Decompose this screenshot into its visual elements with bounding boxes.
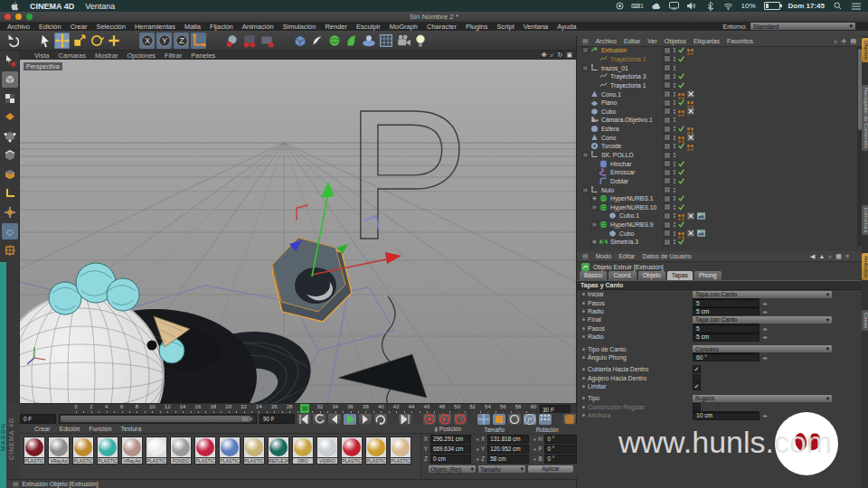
object-name[interactable]: Cubo xyxy=(601,108,616,115)
object-axis-mode[interactable] xyxy=(2,204,18,221)
search-icon[interactable]: ⌕ xyxy=(835,38,838,45)
enable-toggle[interactable] xyxy=(664,169,671,176)
object-name[interactable]: HyperNURBS.10 xyxy=(610,204,656,211)
visibility-tag[interactable] xyxy=(687,127,693,130)
object-name[interactable]: Trayectoria 1 xyxy=(610,82,646,89)
display-tag-icon[interactable] xyxy=(687,212,694,220)
position-field[interactable]: 296.291 cm xyxy=(430,435,471,444)
attribute-tab-coord[interactable]: Coord. xyxy=(609,271,636,280)
enable-toggle[interactable] xyxy=(664,221,671,229)
move-tool[interactable] xyxy=(54,33,70,49)
attribute-field[interactable]: 5 cm xyxy=(693,306,760,315)
viewport-menu-4[interactable]: Filtrar xyxy=(165,52,182,60)
enable-toggle[interactable] xyxy=(664,203,671,211)
history-forward-icon[interactable]: ▲ xyxy=(818,253,825,260)
play-button[interactable] xyxy=(344,414,356,425)
visibility-dots[interactable] xyxy=(674,204,675,211)
scene-objects-button[interactable] xyxy=(361,33,376,49)
material-swatch[interactable]: PLASTIC xyxy=(194,436,217,479)
visibility-dots[interactable] xyxy=(674,161,675,167)
lock-z-axis-button[interactable]: Z xyxy=(174,33,189,49)
enable-toggle[interactable] xyxy=(664,230,671,237)
app-menu-9[interactable]: Render xyxy=(325,23,347,31)
app-menu-11[interactable]: MoGraph xyxy=(390,23,418,31)
spline-pen-button[interactable] xyxy=(309,33,325,49)
attribute-checkbox[interactable]: ✓ xyxy=(693,382,701,390)
object-manager-menu-4[interactable]: Etiquetas xyxy=(693,38,720,44)
app-menu-5[interactable]: Malla xyxy=(184,23,201,31)
object-row[interactable]: Toroide xyxy=(577,142,855,151)
visibility-tag[interactable] xyxy=(687,101,693,104)
object-name[interactable]: HyperNURBS.1 xyxy=(610,195,654,202)
object-name[interactable]: Cubo.1 xyxy=(619,212,639,219)
visibility-tag[interactable] xyxy=(678,136,684,139)
workplane-mode[interactable] xyxy=(2,109,18,126)
timeline-slider[interactable]: 90 F xyxy=(59,414,257,424)
display-tag-icon[interactable] xyxy=(687,230,694,237)
object-name[interactable]: Extrusión xyxy=(601,47,627,53)
visibility-dots[interactable] xyxy=(674,178,675,184)
dock-tab-bottom-1[interactable]: Capas xyxy=(862,310,868,331)
attribute-tab-phong[interactable]: Phong xyxy=(694,271,722,280)
object-name[interactable]: SK. POLLO xyxy=(601,152,634,158)
collapse-icon[interactable]: - xyxy=(582,65,589,71)
points-mode[interactable] xyxy=(2,128,18,145)
cloud-icon[interactable] xyxy=(651,2,661,11)
app-menu-3[interactable]: Selección xyxy=(96,23,126,31)
material-swatch[interactable]: VRayAd xyxy=(121,436,144,479)
enable-toggle[interactable] xyxy=(664,108,671,115)
mograph-button[interactable] xyxy=(378,33,393,49)
expand-icon[interactable]: + xyxy=(591,239,598,245)
coord-mode-dropdown[interactable]: Objeto (Rel)▾ xyxy=(429,465,476,473)
loop-button[interactable] xyxy=(374,414,387,425)
history-back-icon[interactable]: ◀ xyxy=(810,253,815,260)
visibility-dots[interactable] xyxy=(674,195,675,202)
material-swatch[interactable]: PLASTIC xyxy=(24,436,46,479)
object-name[interactable]: Cono.1 xyxy=(601,91,621,98)
record-keyframe-button[interactable] xyxy=(423,414,436,425)
display-tag-icon[interactable] xyxy=(687,108,694,115)
object-row[interactable]: -trazos_01 xyxy=(577,63,855,72)
object-name[interactable]: Nulo xyxy=(601,187,614,193)
enable-toggle[interactable] xyxy=(664,239,671,246)
object-name[interactable]: Hinchar xyxy=(610,161,631,167)
object-name[interactable]: Trayectoria 3 xyxy=(610,73,646,80)
window-titlebar[interactable]: Sin Nombre 2 * xyxy=(0,12,868,22)
visibility-dots[interactable] xyxy=(674,73,675,80)
viewport-rotate-icon[interactable]: ↻ xyxy=(558,52,563,59)
material-swatch[interactable]: REFLEJA xyxy=(268,436,290,479)
visibility-dots[interactable] xyxy=(674,117,675,123)
attribute-menu-0[interactable]: Modo xyxy=(596,253,612,259)
visibility-tag[interactable] xyxy=(678,93,684,96)
am-search-icon[interactable]: ⌕ xyxy=(828,253,832,260)
collapse-icon[interactable]: - xyxy=(591,221,598,228)
material-swatch[interactable]: VRayAd xyxy=(48,436,71,479)
attribute-field[interactable]: 10 cm xyxy=(693,411,760,420)
scale-tool[interactable] xyxy=(71,33,87,49)
enable-toggle[interactable] xyxy=(664,143,671,150)
object-row[interactable]: -SK. POLLO xyxy=(577,151,855,160)
object-manager-menu-0[interactable]: Archivo xyxy=(596,38,617,44)
dock-tab-bottom-0[interactable]: Atributos xyxy=(862,253,868,280)
object-manager-menu-5[interactable]: Favoritos xyxy=(727,38,753,44)
visibility-dots[interactable] xyxy=(674,99,675,106)
display-icon[interactable] xyxy=(669,2,679,11)
enable-toggle[interactable] xyxy=(664,212,671,220)
attribute-dropdown[interactable]: Tapa con Canto▾ xyxy=(693,316,832,324)
visibility-dots[interactable] xyxy=(674,126,675,132)
material-menu-3[interactable]: Textura xyxy=(120,426,141,432)
add-cube-button[interactable] xyxy=(292,33,307,49)
visibility-tag[interactable] xyxy=(678,110,684,113)
material-swatch[interactable]: FONDO xyxy=(170,436,193,479)
position-field[interactable]: 669.634 cm xyxy=(430,445,471,454)
key-position-button[interactable] xyxy=(477,414,490,425)
material-swatch[interactable]: PLASTIC xyxy=(146,436,168,479)
visibility-dots[interactable] xyxy=(674,143,675,149)
lock-icon[interactable]: ▤ xyxy=(850,38,856,45)
rotation-field[interactable]: 0 ° xyxy=(544,435,577,444)
lock-y-axis-button[interactable]: Y xyxy=(156,33,172,49)
object-row[interactable]: Plano xyxy=(577,99,855,108)
object-name[interactable]: Cubo xyxy=(619,230,634,237)
object-row[interactable]: Trayectoria 3 xyxy=(577,72,855,81)
enable-toggle[interactable] xyxy=(664,99,671,107)
